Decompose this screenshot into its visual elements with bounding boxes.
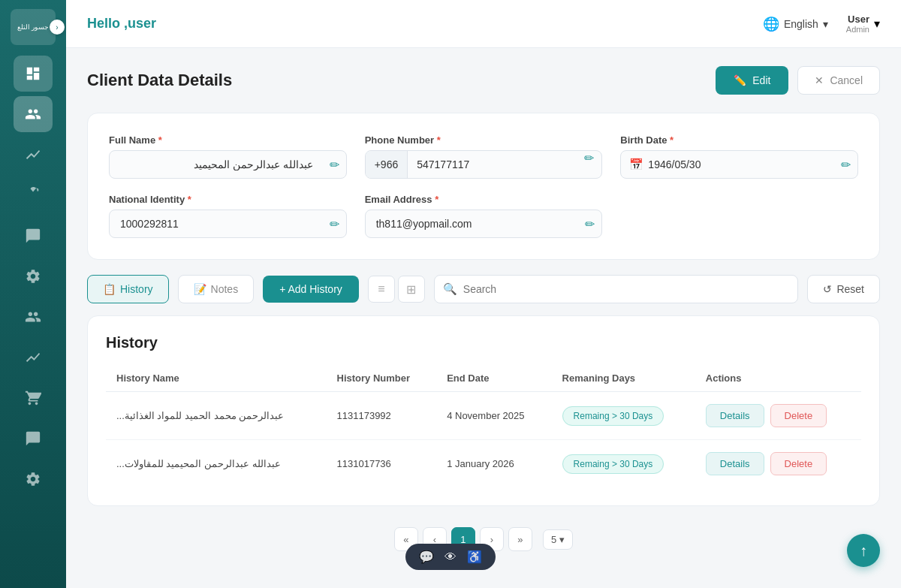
cancel-icon: ✕ xyxy=(815,74,824,86)
list-view-button[interactable]: ≡ xyxy=(368,276,395,303)
page-body: Client Data Details ✏️ Edit ✕ Cancel Ful… xyxy=(66,48,901,588)
page-title: Client Data Details xyxy=(87,71,232,90)
sidebar-item-chat[interactable] xyxy=(14,421,53,457)
greeting: Hello ,user xyxy=(87,16,156,32)
search-input[interactable] xyxy=(434,275,799,303)
col-end-date: End Date xyxy=(436,365,551,392)
sidebar-item-dashboard[interactable] xyxy=(14,56,53,92)
sidebar-item-products[interactable] xyxy=(14,177,53,213)
remaining-badge: Remaing > 30 Days xyxy=(562,406,664,426)
remaining-badge: Remaing > 30 Days xyxy=(562,454,664,474)
details-button[interactable]: Details xyxy=(706,404,764,427)
calendar-icon: 📅 xyxy=(629,158,643,171)
email-input[interactable] xyxy=(365,210,603,238)
grid-icon: ⊞ xyxy=(406,282,416,297)
bottom-eye-icon[interactable]: 👁 xyxy=(444,550,457,564)
email-input-wrap: ✏ xyxy=(365,210,603,238)
national-id-input[interactable] xyxy=(109,210,347,238)
sidebar-item-reports[interactable] xyxy=(14,137,53,173)
history-row-name: ...عبدالله عبدالرحمن المحيميد للمقاولات xyxy=(106,440,327,488)
sidebar-item-orders[interactable] xyxy=(14,380,53,416)
history-row-end-date: 1 January 2026 xyxy=(436,440,551,488)
user-role: Admin xyxy=(846,25,869,34)
list-icon: ≡ xyxy=(378,282,384,296)
details-button[interactable]: Details xyxy=(706,452,764,475)
per-page-chevron-icon: ▾ xyxy=(559,534,565,545)
sidebar-item-analytics[interactable] xyxy=(14,339,53,375)
language-label: English xyxy=(784,18,818,30)
email-group: Email Address * ✏ xyxy=(365,194,603,238)
reset-icon: ↺ xyxy=(823,283,832,295)
edit-button[interactable]: ✏️ Edit xyxy=(716,66,788,95)
sidebar-item-config[interactable] xyxy=(14,461,53,497)
reset-button[interactable]: ↺ Reset xyxy=(807,275,880,303)
sidebar-logo[interactable]: جسور التلع › xyxy=(11,9,56,45)
scroll-to-top-button[interactable]: ↑ xyxy=(847,534,880,567)
delete-button[interactable]: Delete xyxy=(770,452,827,475)
chevron-down-icon-user: ▾ xyxy=(874,17,880,31)
sidebar: جسور التلع › xyxy=(0,0,66,588)
last-page-button[interactable]: » xyxy=(508,527,532,551)
history-row-actions: Details Delete xyxy=(695,392,861,440)
history-row-actions: Details Delete xyxy=(695,440,861,488)
email-label: Email Address * xyxy=(365,194,603,205)
history-title: History xyxy=(106,334,861,351)
phone-input-wrap: +966 ✏ xyxy=(365,150,603,179)
history-row-number: 1131173992 xyxy=(327,392,437,440)
user-info[interactable]: User Admin ▾ xyxy=(846,14,880,34)
globe-icon: 🌐 xyxy=(763,16,779,32)
email-edit-icon[interactable]: ✏ xyxy=(585,217,595,231)
form-card: Full Name * ✏ Phone Number * +966 xyxy=(87,113,880,260)
per-page-selector[interactable]: 5 ▾ xyxy=(543,529,573,550)
history-row-remaining: Remaing > 30 Days xyxy=(552,392,695,440)
form-row-2: National Identity * ✏ Email Address * ✏ xyxy=(109,194,858,238)
col-history-name: History Name xyxy=(106,365,327,392)
grid-view-button[interactable]: ⊞ xyxy=(398,276,425,303)
national-id-label: National Identity * xyxy=(109,194,347,205)
phone-prefix: +966 xyxy=(366,151,408,178)
full-name-input-wrap: ✏ xyxy=(109,150,347,179)
history-tab-icon: 📋 xyxy=(103,283,116,295)
header-right: 🌐 English ▾ User Admin ▾ xyxy=(763,14,880,34)
birth-date-edit-icon[interactable]: ✏ xyxy=(841,158,851,172)
table-row: ...عبدالرحمن محمد الحميد للمواد الغذائية… xyxy=(106,392,861,440)
add-history-button[interactable]: + Add History xyxy=(263,276,359,303)
tab-notes[interactable]: 📝 Notes xyxy=(178,275,255,303)
delete-button[interactable]: Delete xyxy=(770,404,827,427)
header: Hello ,user 🌐 English ▾ User Admin ▾ xyxy=(66,0,901,48)
birth-date-group: Birth Date * 📅 ✏ xyxy=(620,134,858,179)
phone-number-group: Phone Number * +966 ✏ xyxy=(365,134,603,179)
birth-date-label: Birth Date * xyxy=(620,134,858,146)
phone-edit-icon[interactable]: ✏ xyxy=(584,151,594,165)
bottom-accessibility-icon[interactable]: ♿ xyxy=(467,550,482,564)
search-icon: 🔍 xyxy=(443,282,457,296)
col-remaining: Remaning Days xyxy=(552,365,695,392)
full-name-label: Full Name * xyxy=(109,134,347,146)
sidebar-item-clients[interactable] xyxy=(14,96,53,132)
phone-number-input[interactable] xyxy=(408,151,601,178)
full-name-edit-icon[interactable]: ✏ xyxy=(330,158,339,172)
actions-cell: Details Delete xyxy=(706,452,851,475)
bottom-chat-icon[interactable]: 💬 xyxy=(419,550,434,564)
actions-cell: Details Delete xyxy=(706,404,851,427)
tab-history[interactable]: 📋 History xyxy=(87,275,169,303)
cancel-button[interactable]: ✕ Cancel xyxy=(797,66,880,95)
sidebar-item-settings-top[interactable] xyxy=(14,258,53,294)
form-row-1: Full Name * ✏ Phone Number * +966 xyxy=(109,134,858,179)
birth-date-input[interactable] xyxy=(620,150,858,179)
sidebar-item-messages[interactable] xyxy=(14,218,53,254)
page-header: Client Data Details ✏️ Edit ✕ Cancel xyxy=(87,66,880,95)
col-actions: Actions xyxy=(695,365,861,392)
national-id-group: National Identity * ✏ xyxy=(109,194,347,238)
edit-icon: ✏️ xyxy=(734,74,746,86)
history-row-end-date: 4 November 2025 xyxy=(436,392,551,440)
tabs-toolbar: 📋 History 📝 Notes + Add History ≡ ⊞ 🔍 xyxy=(87,275,880,303)
full-name-group: Full Name * ✏ xyxy=(109,134,347,179)
bottom-toolbar: 💬 👁 ♿ xyxy=(405,544,496,570)
sidebar-item-users[interactable] xyxy=(14,299,53,335)
national-id-edit-icon[interactable]: ✏ xyxy=(330,217,339,231)
full-name-input[interactable] xyxy=(109,150,347,179)
language-selector[interactable]: 🌐 English ▾ xyxy=(763,16,828,32)
page-actions: ✏️ Edit ✕ Cancel xyxy=(716,66,880,95)
collapse-button[interactable]: › xyxy=(50,20,65,35)
